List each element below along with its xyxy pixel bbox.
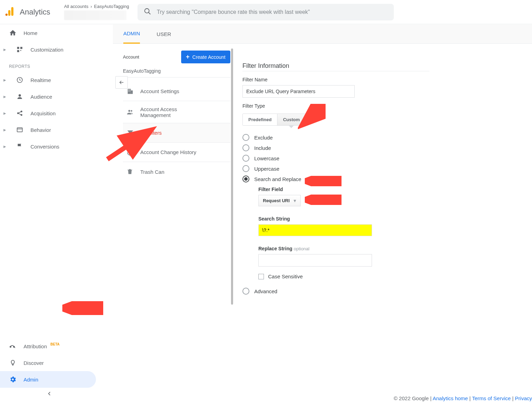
radio-icon — [242, 134, 249, 141]
breadcrumb[interactable]: All accounts › EasyAutoTagging — [64, 4, 129, 20]
sidebar-realtime[interactable]: ▸ Realtime — [0, 72, 99, 88]
svg-rect-5 — [17, 47, 19, 49]
sidebar-admin[interactable]: Admin — [0, 371, 96, 388]
footer-privacy-link[interactable]: Privacy — [515, 395, 532, 401]
chevron-left-icon — [47, 391, 52, 396]
predefined-toggle[interactable]: Predefined — [243, 114, 277, 125]
svg-point-3 — [144, 9, 149, 13]
dashboard-icon — [16, 46, 24, 53]
tab-admin[interactable]: ADMIN — [123, 25, 140, 44]
footer: © 2022 Google | Analytics home | Terms o… — [394, 395, 532, 401]
svg-point-13 — [21, 114, 22, 115]
product-name: Analytics — [20, 8, 50, 17]
create-account-button[interactable]: + Create Account — [181, 51, 230, 63]
radio-advanced[interactable]: Advanced — [242, 288, 429, 295]
sidebar-behavior-label: Behavior — [30, 127, 51, 133]
svg-rect-8 — [20, 50, 21, 51]
back-button[interactable] — [115, 76, 128, 89]
sidebar-customization[interactable]: ▸ Customization — [0, 41, 99, 58]
account-settings-item[interactable]: Account Settings — [123, 82, 230, 101]
custom-toggle[interactable]: Custom — [277, 114, 305, 125]
filter-info-heading: Filter Information — [242, 62, 429, 71]
sidebar-reports-header: REPORTS — [0, 58, 99, 72]
radio-icon — [242, 165, 249, 172]
building-icon — [126, 88, 134, 95]
tab-user[interactable]: USER — [157, 25, 171, 44]
filter-name-input[interactable] — [242, 85, 355, 98]
sidebar-conversions[interactable]: ▸ Conversions — [0, 138, 99, 155]
account-column: Account + Create Account EasyAutoTagging… — [123, 47, 230, 181]
svg-point-11 — [17, 113, 18, 114]
sidebar-discover[interactable]: Discover — [0, 354, 99, 371]
breadcrumb-property-redacted — [64, 10, 126, 20]
radio-icon — [242, 155, 249, 162]
filter-field-select[interactable]: Request URI ▾ — [258, 195, 301, 206]
share-icon — [16, 109, 24, 117]
radio-icon — [242, 176, 249, 182]
sidebar-home[interactable]: Home — [0, 25, 99, 41]
footer-copy: © 2022 Google — [394, 395, 429, 401]
footer-terms-link[interactable]: Terms of Service — [472, 395, 511, 401]
account-selector[interactable]: EasyAutoTagging — [123, 67, 230, 78]
sidebar-customization-label: Customization — [30, 47, 63, 53]
svg-rect-25 — [130, 91, 130, 91]
flag-icon — [16, 143, 24, 150]
search-input[interactable]: Try searching "Compare bounce rate this … — [138, 4, 394, 20]
radio-search-replace[interactable]: Search and Replace — [242, 176, 429, 182]
search-string-input[interactable] — [258, 224, 372, 236]
svg-rect-21 — [131, 90, 133, 94]
radio-uppercase[interactable]: Uppercase — [242, 165, 429, 172]
footer-analytics-home-link[interactable]: Analytics home — [433, 395, 468, 401]
sidebar-attribution[interactable]: Attribution BETA — [0, 338, 99, 354]
change-history-label: Account Change History — [140, 149, 196, 155]
case-sensitive-checkbox[interactable]: Case Sensitive — [258, 273, 429, 279]
svg-rect-22 — [128, 89, 129, 90]
filter-icon — [126, 129, 134, 137]
svg-rect-24 — [128, 91, 129, 91]
sidebar-behavior[interactable]: ▸ Behavior — [0, 122, 99, 138]
search-placeholder: Try searching "Compare bounce rate this … — [157, 9, 310, 15]
svg-rect-1 — [8, 10, 10, 16]
sidebar-discover-label: Discover — [24, 360, 44, 366]
home-icon — [9, 29, 17, 37]
radio-icon — [242, 288, 249, 295]
case-sensitive-label: Case Sensitive — [268, 273, 303, 279]
radio-include-label: Include — [254, 145, 271, 151]
svg-point-26 — [128, 110, 131, 112]
sidebar-collapse-button[interactable] — [0, 388, 99, 397]
filter-type-label: Filter Type — [242, 103, 429, 109]
logo-area: Analytics — [5, 6, 50, 18]
trash-can-item[interactable]: Trash Can — [123, 162, 230, 181]
account-access-label: Account Access Management — [140, 106, 203, 118]
account-access-item[interactable]: Account Access Management — [123, 101, 230, 123]
filter-name-label: Filter Name — [242, 77, 429, 82]
all-filters-label: All Filters — [140, 130, 162, 136]
svg-point-27 — [131, 110, 132, 112]
replace-string-input[interactable] — [258, 254, 372, 267]
filter-field-label: Filter Field — [258, 187, 429, 192]
main-tabs: ADMIN USER — [113, 25, 532, 44]
radio-include[interactable]: Include — [242, 144, 429, 151]
sidebar-acquisition[interactable]: ▸ Acquisition — [0, 105, 99, 122]
all-filters-item[interactable]: All Filters — [123, 123, 230, 143]
left-sidebar: Home ▸ Customization REPORTS ▸ Realtime … — [0, 25, 99, 404]
svg-line-14 — [19, 112, 21, 113]
change-history-item[interactable]: Account Change History — [123, 143, 230, 162]
sidebar-audience[interactable]: ▸ Audience — [0, 88, 99, 105]
radio-lowercase[interactable]: Lowercase — [242, 155, 429, 162]
filter-form-panel: Filter Information Filter Name Filter Ty… — [242, 62, 429, 295]
scrollbar[interactable] — [231, 48, 233, 305]
history-icon — [126, 149, 134, 156]
caret-right-icon: ▸ — [3, 77, 7, 83]
sidebar-audience-label: Audience — [30, 94, 52, 100]
svg-point-12 — [21, 111, 22, 112]
radio-exclude[interactable]: Exclude — [242, 134, 429, 141]
account-column-label: Account — [123, 54, 139, 60]
clock-icon — [16, 76, 24, 84]
create-account-label: Create Account — [192, 54, 225, 60]
caret-right-icon: ▸ — [3, 127, 7, 133]
trash-can-label: Trash Can — [140, 169, 164, 175]
caret-right-icon: ▸ — [3, 93, 7, 100]
replace-string-label: Replace String optional — [258, 246, 429, 251]
person-icon — [16, 93, 24, 100]
